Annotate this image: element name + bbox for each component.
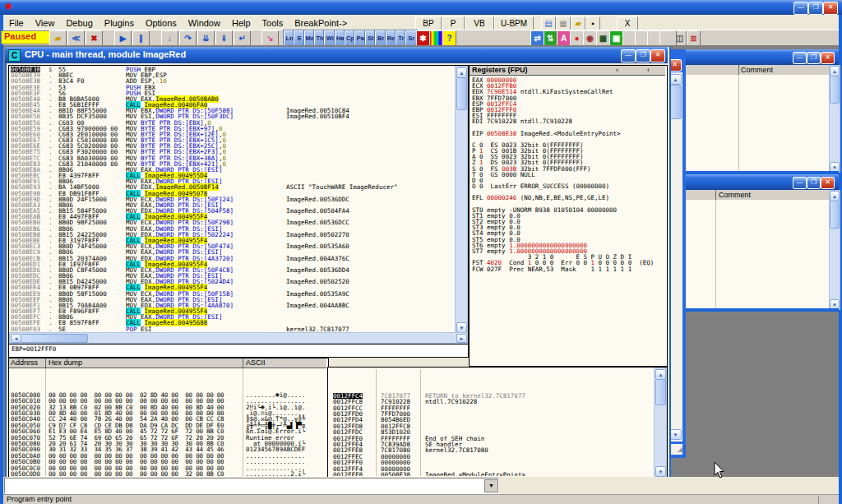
plugin-button-vb[interactable]: VB bbox=[465, 16, 494, 30]
binary-grid-icon[interactable]: ▦ bbox=[596, 30, 610, 46]
collapse-button[interactable]: ‹ bbox=[616, 66, 618, 74]
updown-icon[interactable]: ⇅ bbox=[544, 30, 557, 46]
vertical-scrollbar[interactable]: ▲ ▼ bbox=[829, 65, 840, 173]
close-icon[interactable]: ✕ bbox=[650, 49, 665, 62]
disasm-row[interactable]: 00508E3B.83C4 F0ADD ESP,-10 bbox=[9, 78, 454, 84]
menu-options[interactable]: Options bbox=[140, 16, 183, 30]
stack-row[interactable]: 0012FFEC00000000 bbox=[328, 454, 652, 460]
stack-row[interactable]: 0012FFC47C817077RETURN to kernel32.7C817… bbox=[328, 393, 652, 399]
disasm-row[interactable]: 00508E38$55PUSH EBP bbox=[9, 67, 454, 72]
comment-window-top-content[interactable] bbox=[686, 75, 829, 171]
resize-grip[interactable]: ◢ bbox=[669, 444, 682, 455]
register-line[interactable]: FCW 027F Prec NEAR,53 Mask 1 1 1 1 1 1 bbox=[472, 266, 664, 272]
stack-row[interactable]: 0012FFD48054B6ED bbox=[328, 417, 652, 423]
step-into-button[interactable]: ↓ bbox=[161, 30, 178, 46]
dump-row[interactable]: 0050C0D000 00 00 00 00 00 00 00 00 00 00… bbox=[9, 471, 326, 476]
minimize-button[interactable]: — bbox=[793, 2, 808, 15]
maximize-button[interactable]: ❐ bbox=[807, 52, 821, 64]
spiral-icon[interactable]: ◉ bbox=[583, 30, 597, 46]
disasm-row[interactable]: 00508ED6.8B0D C8F45000MOV ECX,DWORD PTR … bbox=[9, 267, 454, 273]
stack-row[interactable]: 0012FFD80012FFC8 bbox=[328, 423, 652, 429]
dump-header-hex[interactable]: Hex dump bbox=[49, 358, 82, 367]
close-icon[interactable]: ✕ bbox=[821, 52, 835, 64]
disasm-row[interactable]: 00508EC3.8B0D 74F45000MOV ECX,DWORD PTR … bbox=[9, 243, 454, 249]
minimize-button[interactable]: — bbox=[793, 52, 807, 64]
disasm-row[interactable]: 00508EF7.E8 F896F8FFCALL ImageRed.004955… bbox=[9, 308, 454, 314]
command-combobox[interactable]: ▼ bbox=[4, 478, 499, 494]
console-icon[interactable]: ▪ bbox=[585, 16, 600, 30]
collapse-button[interactable]: ‹ bbox=[647, 66, 650, 74]
menu-file[interactable]: File bbox=[3, 16, 30, 30]
menu-debug[interactable]: Debug bbox=[60, 16, 98, 30]
scroll-up-button[interactable]: ▲ bbox=[669, 74, 682, 85]
stack-row[interactable]: 0012FFE47C839AD8SE handler bbox=[328, 442, 652, 447]
pause-button[interactable]: ∥ bbox=[132, 30, 150, 46]
stack-row[interactable]: 0012FFC87C910228ntdll.7C910228 bbox=[328, 399, 652, 405]
comment-column-header[interactable]: Comment bbox=[741, 66, 773, 74]
open-file-button[interactable]: ▰ bbox=[49, 30, 67, 46]
disasm-row[interactable]: 00508E83.C683 21040000 00MOV BYTE PTR DS… bbox=[9, 161, 454, 167]
close-button[interactable]: ✕ bbox=[823, 2, 838, 15]
calc-icon[interactable]: ▦ bbox=[556, 16, 571, 30]
plugin-button-p[interactable]: P bbox=[442, 16, 465, 30]
folder-icon[interactable]: ▰ bbox=[571, 16, 585, 30]
dump-header-ascii[interactable]: ASCII bbox=[246, 358, 266, 367]
main-titlebar[interactable]: ✺ — ❐ ✕ bbox=[0, 0, 842, 15]
step-over-button[interactable]: ↷ bbox=[179, 30, 197, 46]
green-window-icon[interactable]: ▣ bbox=[609, 30, 623, 46]
letter-a-icon[interactable]: A bbox=[557, 30, 571, 46]
run-button[interactable]: ▶ bbox=[114, 30, 132, 46]
stack-row[interactable]: 0012FFD07FFD7000 bbox=[328, 411, 652, 417]
scrollbar-thumb[interactable] bbox=[669, 85, 682, 119]
register-line[interactable]: O 0 LastErr ERROR_SUCCESS (00000000) bbox=[472, 183, 664, 189]
scroll-down-button[interactable]: ▼ bbox=[669, 429, 682, 440]
register-line[interactable]: EDI 7C910228 ntdll.7C910228 bbox=[472, 118, 664, 124]
stack-row[interactable]: 0012FFF800508E38ImageRed.<ModuleEntryPoi… bbox=[328, 472, 652, 476]
register-line[interactable]: T 0 GS 0000 NULL bbox=[472, 172, 664, 178]
disasm-row[interactable]: 00508E9D.8B0D 24F15000MOV ECX,DWORD PTR … bbox=[9, 197, 454, 202]
stack-row[interactable]: 0012FFE0FFFFFFFFEnd of SEH chain bbox=[328, 436, 652, 442]
disasm-row[interactable]: 00508E8C.E8 4397F8FFCALL ImageRed.004955… bbox=[9, 173, 454, 178]
animate-into-button[interactable]: ⇊ bbox=[197, 30, 215, 46]
restore-button[interactable]: ❐ bbox=[808, 2, 823, 15]
plugin-button-u-bpm[interactable]: U-BPM bbox=[494, 16, 534, 30]
options-gear-icon[interactable]: ✱ bbox=[416, 30, 430, 46]
stack-row[interactable]: 0012FFE87C817080kernel32.7C817080 bbox=[328, 447, 652, 453]
menu-tools[interactable]: Tools bbox=[257, 16, 289, 30]
comment-window-bottom-content[interactable] bbox=[686, 200, 829, 308]
notes-icon[interactable]: ▤ bbox=[541, 16, 556, 30]
stack-row[interactable]: 0012FFDC853D1020 bbox=[328, 429, 652, 435]
disasm-vertical-scrollbar[interactable]: ▲ ▼ bbox=[455, 66, 468, 334]
disasm-row[interactable]: 00508E3E.53PUSH EBX bbox=[9, 85, 454, 90]
menu-window[interactable]: Window bbox=[183, 16, 226, 30]
comment-column-header[interactable]: Comment bbox=[719, 191, 751, 199]
maximize-button[interactable]: ❐ bbox=[636, 49, 650, 62]
menu-view[interactable]: View bbox=[30, 16, 61, 30]
disasm-row[interactable]: 00508EB0.8B0D 98F25000MOV ECX,DWORD PTR … bbox=[9, 220, 454, 225]
go-to-button[interactable]: ↘ bbox=[261, 30, 279, 46]
plugin-bar-close-button[interactable]: X bbox=[617, 16, 638, 30]
help-icon[interactable]: ? bbox=[442, 30, 456, 46]
disasm-row[interactable]: 00508EFE.E8 8597F8FFCALL ImageRed.004956… bbox=[9, 320, 454, 326]
cpu-titlebar[interactable]: C CPU - main thread, module ImageRed — ❐… bbox=[5, 47, 668, 63]
register-line[interactable]: EFL 00000246 (NO,NB,E,BE,NS,PE,GE,LE) bbox=[472, 195, 664, 201]
menu-plugins[interactable]: Plugins bbox=[99, 16, 140, 30]
maximize-button[interactable]: ❐ bbox=[807, 177, 821, 189]
appearance-icon[interactable] bbox=[429, 30, 443, 46]
stack-vertical-scrollbar[interactable]: ▲ ▼ bbox=[654, 368, 667, 478]
layout-two-icon[interactable]: ≣ bbox=[687, 30, 701, 46]
plugin-button-bp[interactable]: BP bbox=[415, 16, 442, 30]
minimize-button[interactable]: — bbox=[621, 49, 636, 62]
close-program-button[interactable]: ✖ bbox=[86, 30, 103, 46]
minimize-button[interactable]: — bbox=[793, 177, 807, 189]
register-line[interactable]: EIP 00508E38 ImageRed.<ModuleEntryPoint> bbox=[472, 131, 664, 136]
disasm-row[interactable]: 00508EE9.8B0D 58F15000MOV ECX,DWORD PTR … bbox=[9, 291, 454, 297]
exec-till-return-button[interactable]: ↵ bbox=[234, 30, 251, 46]
close-icon[interactable]: ✕ bbox=[821, 177, 835, 189]
disasm-row[interactable]: 00508F03.5EPOP ESIkernel32.7C817077 bbox=[9, 326, 454, 332]
combobox-dropdown-button[interactable]: ▼ bbox=[484, 479, 498, 492]
menu-help[interactable]: Help bbox=[226, 16, 257, 30]
disasm-horizontal-scrollbar[interactable]: ◄ ► bbox=[9, 332, 468, 344]
vertical-scrollbar[interactable]: ▲ ▼ bbox=[829, 190, 840, 310]
dump-header-address[interactable]: Address bbox=[11, 358, 38, 367]
